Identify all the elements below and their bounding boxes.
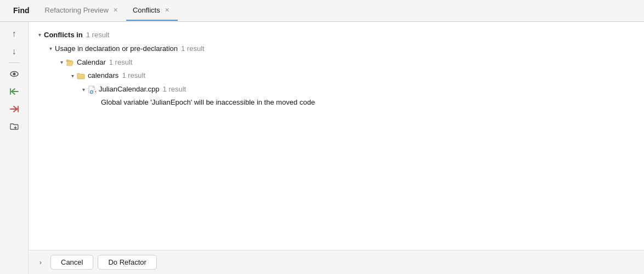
eye-icon[interactable]	[7, 66, 22, 82]
conflict-message: Global variable 'JulianEpoch' will be in…	[101, 98, 315, 106]
calendar-count: 1 result	[109, 57, 133, 68]
julian-calendar-cpp-label: JulianCalendar.cpp	[99, 84, 160, 95]
sidebar: ↑ ↓	[0, 22, 29, 274]
reject-icon[interactable]	[7, 101, 22, 117]
accept-left-icon[interactable]	[7, 84, 22, 99]
tab-bar: Find Refactoring Preview ✕ Conflicts ✕	[0, 0, 644, 22]
usage-declaration-count: 1 result	[181, 43, 205, 55]
julian-calendar-cpp-count: 1 result	[163, 84, 187, 95]
tree-row[interactable]: JulianCalendar.cpp 1 result	[35, 83, 637, 96]
cpp-file-icon	[88, 85, 97, 94]
tab-refactoring-preview[interactable]: Refactoring Preview ✕	[38, 0, 126, 21]
tree-row[interactable]: Calendar 1 result	[35, 56, 637, 70]
conflict-message-row: Global variable 'JulianEpoch' will be in…	[35, 96, 637, 108]
chevron-down-icon[interactable]	[79, 85, 88, 94]
sidebar-divider	[9, 62, 20, 63]
bottom-bar: › Cancel Do Refactor	[29, 250, 644, 274]
svg-point-1	[13, 73, 15, 76]
folder-icon	[77, 72, 86, 81]
chevron-down-icon[interactable]	[57, 58, 66, 67]
content-panel: Conflicts in 1 result Usage in declarati…	[29, 22, 644, 274]
up-arrow-icon[interactable]: ↑	[7, 26, 22, 42]
refactoring-preview-close-icon[interactable]: ✕	[112, 7, 120, 14]
tree-row[interactable]: Usage in declaration or pre-declaration …	[35, 42, 637, 56]
do-refactor-button[interactable]: Do Refactor	[98, 255, 156, 270]
main-area: ↑ ↓	[0, 22, 644, 274]
chevron-down-icon[interactable]	[68, 72, 77, 81]
find-label: Find	[13, 6, 30, 15]
calendars-count: 1 result	[122, 70, 145, 82]
cancel-button[interactable]: Cancel	[50, 255, 93, 270]
conflicts-in-count: 1 result	[86, 30, 110, 41]
tree-row[interactable]: calendars 1 result	[35, 69, 637, 83]
conflicts-in-label: Conflicts in	[44, 30, 83, 41]
tab-conflicts[interactable]: Conflicts ✕	[126, 0, 178, 21]
down-arrow-icon[interactable]: ↓	[7, 44, 22, 59]
conflicts-close-icon[interactable]: ✕	[163, 7, 171, 14]
tab-find[interactable]: Find	[4, 0, 38, 21]
expand-chevron-icon[interactable]: ›	[35, 257, 46, 268]
tree-area: Conflicts in 1 result Usage in declarati…	[29, 22, 644, 250]
tree-row[interactable]: Conflicts in 1 result	[35, 28, 637, 42]
chevron-down-icon[interactable]	[46, 44, 55, 53]
refactoring-preview-label: Refactoring Preview	[45, 6, 109, 14]
folder-open-icon	[66, 58, 75, 67]
calendar-label: Calendar	[77, 57, 106, 68]
conflicts-label: Conflicts	[133, 6, 160, 14]
usage-declaration-label: Usage in declaration or pre-declaration	[55, 43, 178, 55]
chevron-down-icon[interactable]	[35, 31, 44, 39]
calendars-label: calendars	[88, 70, 118, 82]
folder-new-icon[interactable]	[7, 119, 22, 134]
